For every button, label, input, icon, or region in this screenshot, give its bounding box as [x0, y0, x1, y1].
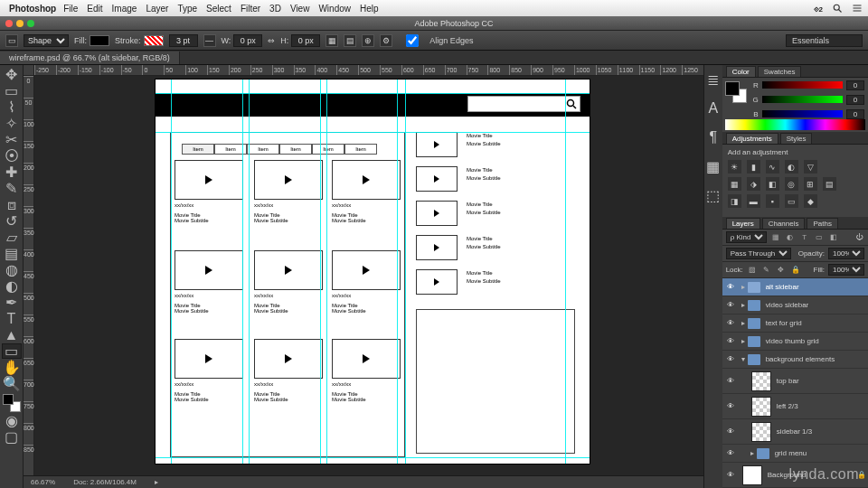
visibility-toggle-icon[interactable]: 👁: [722, 402, 739, 410]
zoom-window-button[interactable]: [27, 20, 34, 27]
disclosure-arrow-icon[interactable]: ▸: [739, 319, 748, 327]
guide-vertical[interactable]: [320, 80, 321, 464]
brush-tool-icon[interactable]: ✎: [2, 181, 22, 196]
filter-smart-icon[interactable]: ◧: [828, 232, 839, 243]
horizontal-ruler[interactable]: -250-200-150-100-50050100150200250300350…: [34, 65, 703, 76]
fill-value[interactable]: 100%: [828, 264, 864, 276]
layer-name[interactable]: background elements: [764, 355, 868, 363]
color-lookup-adj-icon[interactable]: ▤: [823, 177, 836, 191]
lock-all-icon[interactable]: 🔒: [790, 265, 801, 276]
lasso-tool-icon[interactable]: ⌇: [2, 99, 22, 115]
color-balance-adj-icon[interactable]: ⬗: [747, 177, 760, 191]
disclosure-arrow-icon[interactable]: ▾: [739, 355, 748, 363]
r-value[interactable]: 0: [846, 80, 864, 90]
minimize-window-button[interactable]: [16, 20, 24, 27]
r-slider[interactable]: [762, 81, 843, 89]
disclosure-arrow-icon[interactable]: ▸: [739, 301, 748, 309]
hand-tool-icon[interactable]: ✋: [2, 360, 22, 375]
layer-row[interactable]: 👁top bar: [722, 369, 868, 394]
photo-filter-adj-icon[interactable]: ◎: [785, 177, 798, 191]
guide-vertical[interactable]: [249, 80, 250, 464]
status-flyout-icon[interactable]: ▸: [155, 478, 158, 486]
visibility-toggle-icon[interactable]: 👁: [722, 355, 739, 363]
stamp-tool-icon[interactable]: ⧈: [2, 197, 22, 212]
color-panel-swatch[interactable]: [725, 81, 747, 103]
layer-name[interactable]: grid menu: [773, 449, 868, 457]
character-panel-icon[interactable]: A: [706, 101, 721, 116]
guide-vertical[interactable]: [565, 80, 566, 464]
history-brush-tool-icon[interactable]: ↺: [2, 213, 22, 229]
layer-row[interactable]: 👁▾background elements: [722, 351, 868, 369]
layer-row[interactable]: 👁▸grid menu: [722, 445, 868, 463]
visibility-toggle-icon[interactable]: 👁: [722, 283, 739, 291]
align-edges-checkbox[interactable]: Align Edges: [398, 34, 473, 47]
width-input[interactable]: [233, 34, 262, 47]
shape-mode-select[interactable]: Shape: [24, 34, 69, 47]
menu-3d[interactable]: 3D: [269, 4, 281, 14]
menu-drawer-icon[interactable]: [852, 3, 863, 14]
layer-thumb[interactable]: [751, 422, 771, 442]
layer-row[interactable]: 👁▸video thumb grid: [722, 333, 868, 351]
lock-position-icon[interactable]: ✥: [776, 265, 787, 276]
tab-channels[interactable]: Channels: [762, 218, 806, 229]
menu-select[interactable]: Select: [206, 4, 231, 14]
layer-list[interactable]: 👁▸alt sidebar👁▸video sidebar👁▸text for g…: [722, 278, 868, 488]
gradient-tool-icon[interactable]: ▤: [2, 246, 22, 261]
canvas-area[interactable]: -250-200-150-100-50050100150200250300350…: [24, 65, 703, 488]
layer-name[interactable]: video thumb grid: [764, 337, 868, 345]
layer-thumb[interactable]: [751, 397, 771, 417]
quickmask-icon[interactable]: ◉: [2, 413, 22, 428]
layer-name[interactable]: sidebar 1/3: [775, 427, 868, 436]
layer-row[interactable]: 👁▸video sidebar: [722, 296, 868, 314]
guide-horizontal[interactable]: [156, 457, 590, 458]
visibility-toggle-icon[interactable]: 👁: [722, 471, 739, 479]
path-arrange-button[interactable]: ▤: [344, 34, 356, 47]
layer-filter-kind[interactable]: ρ Kind: [726, 231, 767, 243]
menu-file[interactable]: File: [63, 4, 78, 14]
guide-vertical[interactable]: [405, 80, 406, 464]
filter-shape-icon[interactable]: ▭: [814, 232, 825, 243]
document-canvas[interactable]: ItemItemItemItemItemItem xx/xx/xxMovie T…: [156, 80, 590, 464]
brightness-adj-icon[interactable]: ☀: [728, 160, 741, 174]
layer-name[interactable]: alt sidebar: [764, 283, 868, 291]
hue-adj-icon[interactable]: ▦: [728, 177, 741, 191]
stroke-type-button[interactable]: —: [203, 34, 216, 47]
guide-vertical[interactable]: [242, 80, 243, 464]
tab-paths[interactable]: Paths: [807, 218, 837, 229]
layer-row[interactable]: 👁▸alt sidebar: [722, 278, 868, 296]
libraries-panel-icon[interactable]: ▦: [706, 159, 721, 174]
tab-layers[interactable]: Layers: [726, 218, 760, 229]
fg-bg-color[interactable]: [3, 394, 21, 412]
healing-tool-icon[interactable]: ✚: [2, 164, 22, 180]
menu-view[interactable]: View: [290, 4, 310, 14]
visibility-toggle-icon[interactable]: 👁: [722, 427, 739, 436]
threshold-adj-icon[interactable]: ▪: [766, 194, 779, 208]
marquee-tool-icon[interactable]: ▭: [2, 83, 22, 99]
disclosure-arrow-icon[interactable]: ▸: [748, 449, 757, 457]
menu-window[interactable]: Window: [318, 4, 351, 14]
invert-adj-icon[interactable]: ◨: [728, 194, 741, 208]
workspace-switcher[interactable]: Essentials: [786, 34, 863, 47]
menu-type[interactable]: Type: [177, 4, 197, 14]
zoom-level[interactable]: 66.67%: [31, 478, 55, 486]
lock-transparency-icon[interactable]: ▨: [747, 265, 758, 276]
guide-horizontal[interactable]: [156, 93, 590, 94]
screenmode-icon[interactable]: ▢: [2, 429, 22, 445]
tab-color[interactable]: Color: [726, 66, 756, 77]
channel-mixer-adj-icon[interactable]: ⊞: [804, 177, 817, 191]
path-align-button[interactable]: ▦: [326, 34, 338, 47]
g-slider[interactable]: [762, 96, 843, 103]
pen-tool-icon[interactable]: ✒: [2, 295, 22, 310]
zoom-tool-icon[interactable]: 🔍: [2, 376, 22, 391]
filter-adj-icon[interactable]: ◐: [785, 232, 796, 243]
selective-color-adj-icon[interactable]: ◆: [804, 194, 817, 208]
exposure-adj-icon[interactable]: ◐: [785, 160, 798, 174]
layer-row[interactable]: 👁left 2/3: [722, 394, 868, 419]
tool-preset-icon[interactable]: ▭: [5, 34, 18, 47]
guide-vertical[interactable]: [397, 80, 398, 464]
curves-adj-icon[interactable]: ∿: [766, 160, 779, 174]
history-panel-icon[interactable]: ≣: [706, 72, 721, 87]
g-value[interactable]: 0: [846, 95, 864, 105]
move-tool-icon[interactable]: ✥: [2, 67, 22, 82]
magic-wand-tool-icon[interactable]: ✧: [2, 116, 22, 131]
